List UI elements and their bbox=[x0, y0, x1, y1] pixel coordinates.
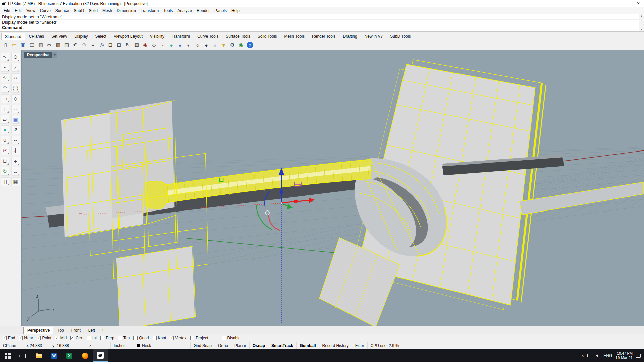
checkbox[interactable] bbox=[190, 336, 194, 340]
osnap-checkbox[interactable]: Disable bbox=[222, 336, 241, 340]
cplane-pane[interactable]: CPlane bbox=[0, 342, 23, 349]
menu-item[interactable]: Tools bbox=[161, 8, 175, 14]
toolbar-tab[interactable]: Render Tools bbox=[308, 33, 339, 40]
viewport-tab[interactable]: Perspective bbox=[23, 327, 53, 334]
excel-button[interactable]: X bbox=[62, 349, 77, 362]
cut-icon[interactable]: ✂ bbox=[45, 41, 53, 49]
save-icon[interactable]: ▣ bbox=[19, 41, 27, 49]
points-grid-icon[interactable]: ∷ bbox=[11, 105, 20, 113]
maximize-button[interactable]: □ bbox=[621, 0, 633, 7]
checkbox[interactable] bbox=[3, 336, 7, 340]
osnap-checkbox[interactable]: Perp bbox=[100, 336, 114, 340]
sphere-icon[interactable]: ● bbox=[1, 125, 9, 134]
viewport-title-menu[interactable]: Perspective ▼ bbox=[24, 52, 57, 58]
rectangle-icon[interactable]: ▭ bbox=[1, 94, 9, 103]
firefox-button[interactable] bbox=[77, 349, 93, 362]
move-icon[interactable]: + bbox=[11, 157, 20, 165]
lock-icon[interactable]: ▪ bbox=[159, 41, 167, 49]
scale-icon[interactable]: ↔ bbox=[11, 167, 20, 176]
minimize-button[interactable]: ─ bbox=[610, 0, 621, 7]
status-toggle-pane[interactable]: Filter bbox=[352, 342, 368, 349]
split-icon[interactable]: ∤ bbox=[11, 146, 20, 155]
extrude-icon[interactable]: ⇗ bbox=[11, 125, 20, 134]
rotate-view-icon[interactable]: ↻ bbox=[124, 41, 132, 49]
new-viewport-button[interactable]: + bbox=[99, 327, 107, 334]
command-area[interactable]: Display mode set to "Wireframe". Display… bbox=[0, 14, 644, 32]
status-toggle-pane[interactable]: Record History bbox=[319, 342, 352, 349]
ghosted-viewport-icon[interactable]: ◐ bbox=[185, 41, 193, 49]
redo-icon[interactable]: ↷ bbox=[80, 41, 88, 49]
rotate-icon[interactable]: ↻ bbox=[1, 167, 9, 176]
checkbox[interactable] bbox=[118, 336, 122, 340]
zoom-window-icon[interactable]: ⊡ bbox=[106, 41, 114, 49]
osnap-checkbox[interactable]: Project bbox=[190, 336, 208, 340]
status-toggle-pane[interactable]: Osnap bbox=[250, 342, 268, 349]
toolbar-tab[interactable]: Display bbox=[71, 33, 91, 40]
viewport-title[interactable]: Perspective bbox=[24, 52, 52, 58]
curve-icon[interactable]: ∿ bbox=[1, 73, 9, 82]
checkbox[interactable] bbox=[100, 336, 104, 340]
help-icon[interactable]: ? bbox=[247, 42, 253, 48]
checkbox[interactable] bbox=[153, 336, 157, 340]
paste-icon[interactable]: ▨ bbox=[63, 41, 71, 49]
command-scrollbar[interactable]: ▲ ▼ bbox=[639, 14, 644, 31]
osnap-checkbox[interactable]: Knot bbox=[153, 336, 166, 340]
menu-item[interactable]: Solid bbox=[86, 8, 100, 14]
export-icon[interactable]: ▥ bbox=[37, 41, 45, 49]
osnap-checkbox[interactable]: Point bbox=[37, 336, 51, 340]
notification-center-icon[interactable] bbox=[636, 354, 641, 358]
mirror-icon[interactable]: ◫ bbox=[1, 177, 9, 186]
osnap-checkbox[interactable]: Near bbox=[19, 336, 33, 340]
status-toggle-pane[interactable]: SmartTrack bbox=[268, 342, 297, 349]
render-globe-icon[interactable]: ◉ bbox=[237, 41, 245, 49]
osnap-checkbox[interactable]: Quad bbox=[133, 336, 149, 340]
object-snap-icon[interactable]: ◇ bbox=[150, 41, 158, 49]
toolbar-tab[interactable]: Transform bbox=[168, 33, 194, 40]
word-button[interactable]: W bbox=[46, 349, 62, 362]
checkbox[interactable] bbox=[222, 336, 226, 340]
checkbox[interactable] bbox=[55, 336, 59, 340]
checkbox[interactable] bbox=[170, 336, 174, 340]
ellipse-icon[interactable]: ◯ bbox=[11, 84, 20, 93]
polygon-icon[interactable]: ◇ bbox=[11, 94, 20, 103]
toolbar-tab[interactable]: Curve Tools bbox=[194, 33, 222, 40]
toolbar-tab[interactable]: SubD Tools bbox=[386, 33, 414, 40]
shaded-viewport-icon[interactable]: ● bbox=[167, 41, 175, 49]
volume-icon[interactable] bbox=[595, 353, 600, 358]
menu-item[interactable]: Help bbox=[229, 8, 242, 14]
open-folder-icon[interactable]: ▭ bbox=[10, 41, 18, 49]
checkbox[interactable] bbox=[133, 336, 138, 340]
toolbar-tab[interactable]: Surface Tools bbox=[222, 33, 254, 40]
menu-item[interactable]: Render bbox=[194, 8, 212, 14]
point-icon[interactable]: • bbox=[1, 63, 9, 72]
undo-view-icon[interactable]: ◉ bbox=[141, 41, 149, 49]
fillet-edge-icon[interactable]: ⌣ bbox=[11, 136, 20, 144]
toolbar-tab[interactable]: Set View bbox=[48, 33, 71, 40]
status-toggle-pane[interactable]: Grid Snap bbox=[191, 342, 215, 349]
toolbar-tab[interactable]: New in V7 bbox=[361, 33, 387, 40]
zoom-extents-icon[interactable]: ⊞ bbox=[115, 41, 123, 49]
toolbar-tab[interactable]: CPlanes bbox=[25, 33, 48, 40]
copy-icon[interactable]: ▧ bbox=[54, 41, 62, 49]
command-prompt[interactable]: Command: bbox=[0, 25, 644, 31]
file-explorer-button[interactable] bbox=[31, 349, 46, 362]
perspective-viewport[interactable]: Perspective ▼ bbox=[21, 50, 644, 326]
rendered-viewport-icon[interactable]: ● bbox=[176, 41, 184, 49]
menu-item[interactable]: View bbox=[24, 8, 38, 14]
tray-chevron-icon[interactable]: ∧ bbox=[581, 353, 584, 358]
array-icon[interactable]: ▦ bbox=[11, 177, 20, 186]
set-cplane-icon[interactable]: ▦ bbox=[132, 41, 141, 49]
status-toggle-pane[interactable]: Ortho bbox=[215, 342, 231, 349]
polyline-icon[interactable]: ∕ bbox=[11, 63, 20, 72]
undo-icon[interactable]: ↶ bbox=[71, 41, 79, 49]
toolbar-tab[interactable]: Drafting bbox=[339, 33, 361, 40]
osnap-checkbox[interactable]: Int bbox=[87, 336, 97, 340]
menu-item[interactable]: Panels bbox=[212, 8, 229, 14]
task-view-button[interactable] bbox=[15, 349, 31, 362]
osnap-checkbox[interactable]: Vertex bbox=[170, 336, 186, 340]
menu-item[interactable]: SubD bbox=[71, 8, 86, 14]
layer-pane[interactable]: Neck bbox=[133, 342, 191, 349]
selection-filter-icon[interactable]: ▼ bbox=[220, 41, 228, 49]
boolean-union-icon[interactable]: ∪ bbox=[1, 136, 9, 144]
menu-item[interactable]: Curve bbox=[38, 8, 53, 14]
